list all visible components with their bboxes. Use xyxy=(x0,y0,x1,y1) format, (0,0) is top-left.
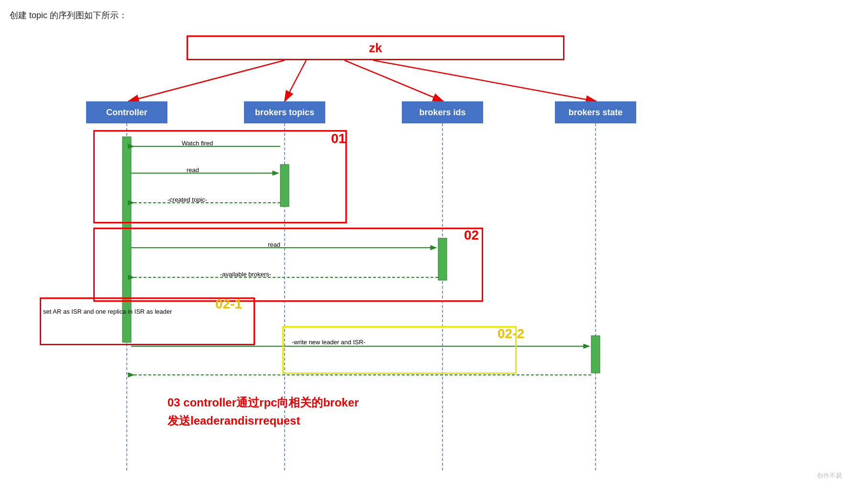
svg-line-6 xyxy=(373,60,597,101)
bottom-text-line2: 发送leaderandisrrequest xyxy=(167,413,300,428)
svg-line-3 xyxy=(128,60,285,101)
msg-available-brokers: -available brokers- xyxy=(220,271,271,278)
diagram-area: zk Controller brokers topics brokers ids… xyxy=(10,31,851,490)
msg-created-topic: -created topic- xyxy=(167,196,207,203)
participant-brokers-state: brokers state xyxy=(555,101,636,123)
seq-box-01 xyxy=(93,130,347,223)
seq-box-022 xyxy=(282,326,517,374)
participant-controller: Controller xyxy=(86,101,167,123)
seq-label-02: 02 xyxy=(464,228,479,243)
zk-box: zk xyxy=(187,35,564,60)
set-ar-label: set AR as ISR and one replica in ISR as … xyxy=(43,308,172,315)
seq-label-01: 01 xyxy=(331,131,346,146)
page-title: 创建 topic 的序列图如下所示： xyxy=(10,10,852,21)
svg-line-4 xyxy=(285,60,306,101)
msg-read-2: read xyxy=(268,241,280,248)
participant-brokers-ids: brokers ids xyxy=(402,101,483,123)
participant-brokers-topics: brokers topics xyxy=(244,101,325,123)
msg-watch-fired: Watch fired xyxy=(182,140,213,147)
seq-label-022: 02-2 xyxy=(497,326,524,341)
bottom-text-line1: 03 controller通过rpc向相关的broker xyxy=(167,395,359,410)
watermark: 创作不易 xyxy=(817,471,842,480)
svg-line-5 xyxy=(344,60,443,101)
seq-label-021: 02-1 xyxy=(215,296,242,312)
msg-read-1: read xyxy=(187,166,199,174)
page-container: 创建 topic 的序列图如下所示： xyxy=(0,0,862,504)
msg-write-leader: -write new leader and ISR- xyxy=(292,339,365,346)
seq-box-02 xyxy=(93,228,483,302)
zk-label: zk xyxy=(369,41,382,55)
svg-rect-14 xyxy=(591,336,600,373)
